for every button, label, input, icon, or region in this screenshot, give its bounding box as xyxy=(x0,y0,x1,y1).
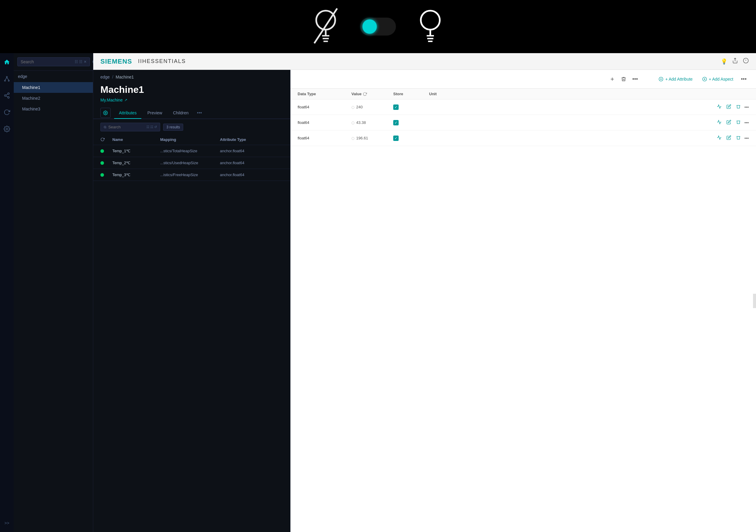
tab-more-icon[interactable]: ••• xyxy=(195,107,204,118)
right-col-actions xyxy=(459,92,483,96)
breadcrumb-separator: / xyxy=(112,75,113,79)
checkbox-1[interactable]: ✓ xyxy=(393,105,399,110)
table-search-box[interactable]: ☷ ☷ ↺ xyxy=(100,123,160,131)
col-header-name[interactable]: Name xyxy=(112,137,160,142)
rp-add-icon[interactable] xyxy=(607,74,617,84)
header-share-icon[interactable] xyxy=(732,58,738,65)
nav-icon-graph[interactable] xyxy=(3,75,11,83)
tree-item-edge[interactable]: edge + xyxy=(14,71,93,82)
row1-chart-icon[interactable] xyxy=(716,103,723,111)
row3-chart-icon[interactable] xyxy=(716,134,723,142)
add-attribute-label: + Add Attribute xyxy=(665,77,692,82)
right-row3-store[interactable]: ✓ xyxy=(393,136,429,141)
tab-settings-icon[interactable] xyxy=(100,108,111,118)
add-aspect-button[interactable]: + Add Aspect xyxy=(698,74,738,84)
search-clear-icon: ✕ xyxy=(84,60,87,64)
add-aspect-label: + Add Aspect xyxy=(709,77,733,82)
svg-line-14 xyxy=(5,77,7,80)
row1-delete-icon[interactable] xyxy=(735,103,742,111)
search-expand-icon: ☷ xyxy=(75,60,78,64)
tree-item-machine2-label: Machine2 xyxy=(22,96,89,101)
tree-item-machine3[interactable]: Machine3 xyxy=(14,104,93,114)
row1-mapping: ...stics/TotalHeapSize xyxy=(160,149,220,153)
icon-bar: >> xyxy=(0,53,14,532)
svg-point-18 xyxy=(8,97,10,98)
tree-item-machine3-label: Machine3 xyxy=(22,107,89,111)
row3-more-icon[interactable]: ••• xyxy=(744,136,749,140)
right-row2-actions: ••• xyxy=(483,118,749,127)
row2-status xyxy=(100,161,112,165)
col-header-mapping[interactable]: Mapping xyxy=(160,137,220,142)
nav-icon-share[interactable] xyxy=(3,91,11,100)
right-col-value[interactable]: Value xyxy=(351,92,393,96)
svg-point-13 xyxy=(8,80,10,82)
tree-item-machine1[interactable]: Machine1 xyxy=(14,82,93,93)
nav-icon-home[interactable] xyxy=(3,58,11,66)
asset-search-box[interactable]: ☷ ☷ ✕ xyxy=(17,57,90,66)
svg-point-29 xyxy=(104,126,106,128)
svg-line-19 xyxy=(6,96,8,97)
asset-subtitle-text[interactable]: My.Machine xyxy=(100,98,122,102)
table-row: Temp_3℃ ...istics/FreeHeapSize anchor.fl… xyxy=(93,169,290,181)
right-row2-datatype: float64 xyxy=(298,120,351,125)
col-header-attrtype[interactable]: Attribute Type xyxy=(220,137,268,142)
asset-title: Machine1 xyxy=(93,82,290,96)
row2-more-icon[interactable]: ••• xyxy=(744,120,749,125)
tree-item-machine2[interactable]: Machine2 xyxy=(14,93,93,104)
tab-attributes[interactable]: Attributes xyxy=(114,108,141,119)
nav-icon-expand[interactable]: >> xyxy=(3,519,11,527)
right-row3-value: ◌ 196.61 xyxy=(351,136,393,140)
row2-delete-icon[interactable] xyxy=(735,118,742,127)
add-attribute-button[interactable]: + Add Attribute xyxy=(654,74,696,84)
svg-line-30 xyxy=(106,127,106,128)
row1-more-icon[interactable]: ••• xyxy=(744,105,749,110)
right-col-store[interactable]: Store xyxy=(393,92,429,96)
rp-delete-icon[interactable] xyxy=(619,74,629,84)
tabs-bar: Attributes Preview Children ••• xyxy=(93,107,290,119)
right-col-unit[interactable]: Unit xyxy=(429,92,459,96)
right-col-datatype[interactable]: Data Type xyxy=(298,92,351,96)
right-row2-store[interactable]: ✓ xyxy=(393,120,429,125)
tab-children[interactable]: Children xyxy=(168,108,193,119)
collapse-handle[interactable]: ‹ xyxy=(753,294,756,308)
breadcrumb: edge / Machine1 xyxy=(93,70,290,82)
lightbulb-off-icon xyxy=(309,6,342,47)
row2-mapping: ...stics/UsedHeapSize xyxy=(160,161,220,165)
row3-type: anchor.float64 xyxy=(220,172,268,177)
checkbox-3[interactable]: ✓ xyxy=(393,136,399,141)
row2-edit-icon[interactable] xyxy=(725,118,732,127)
header-info-icon[interactable] xyxy=(743,58,749,65)
search-option-1: ☷ xyxy=(147,125,149,129)
tree-item-edge-label: edge xyxy=(18,74,86,79)
breadcrumb-parent[interactable]: edge xyxy=(100,75,110,79)
row2-chart-icon[interactable] xyxy=(716,118,723,127)
asset-search-input[interactable] xyxy=(21,60,73,64)
svg-line-20 xyxy=(6,94,8,95)
right-row1-store[interactable]: ✓ xyxy=(393,105,429,110)
row3-status xyxy=(100,173,112,177)
table-search-input[interactable] xyxy=(108,125,145,129)
right-row1-actions: ••• xyxy=(483,103,749,111)
external-link-icon[interactable]: ↗ xyxy=(124,98,127,102)
tab-preview[interactable]: Preview xyxy=(143,108,167,119)
nav-icon-settings[interactable] xyxy=(3,125,11,133)
right-panel: ••• + Add Attribute + Add Aspect ••• Dat… xyxy=(290,70,756,532)
header-bulb-icon[interactable]: 💡 xyxy=(721,58,727,65)
clock-icon-2: ◌ xyxy=(351,121,354,125)
right-col-spacer xyxy=(483,92,749,96)
row3-delete-icon[interactable] xyxy=(735,134,742,142)
theme-toggle[interactable] xyxy=(360,18,396,36)
row1-edit-icon[interactable] xyxy=(725,103,732,111)
checkbox-2[interactable]: ✓ xyxy=(393,120,399,125)
rp-more-options-icon[interactable]: ••• xyxy=(739,74,749,84)
right-table-header: Data Type Value Store Unit xyxy=(290,89,756,99)
toggle-knob xyxy=(363,19,377,34)
svg-point-21 xyxy=(6,128,8,130)
nav-icon-refresh[interactable] xyxy=(3,108,11,116)
svg-point-28 xyxy=(105,112,106,114)
top-bar: SIEMENS IIHESSENTIALS 💡 xyxy=(93,53,756,70)
row1-type: anchor.float64 xyxy=(220,149,268,153)
row3-edit-icon[interactable] xyxy=(725,134,732,142)
col-header-status xyxy=(100,137,112,142)
rp-more-icon[interactable]: ••• xyxy=(630,74,640,84)
